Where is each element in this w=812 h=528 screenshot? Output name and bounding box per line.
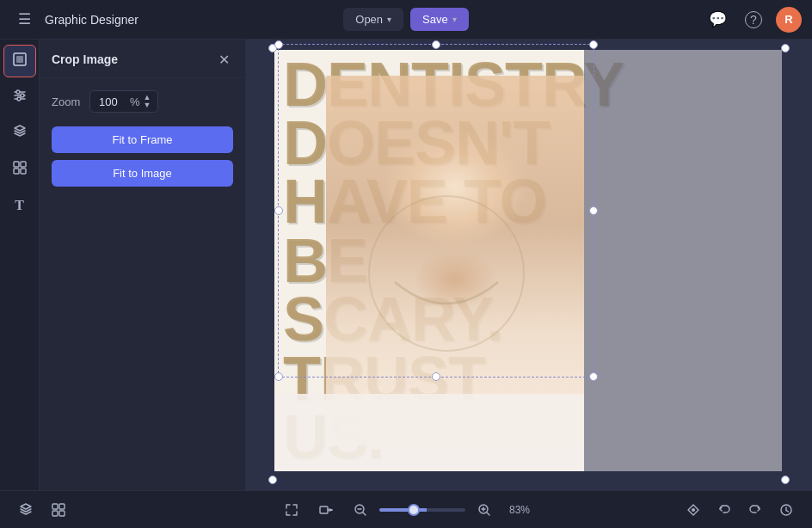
save-label: Save: [422, 13, 448, 26]
history-button[interactable]: [772, 496, 800, 524]
zoom-input[interactable]: [99, 95, 128, 108]
fit-to-image-button[interactable]: Fit to Image: [52, 160, 233, 187]
svg-rect-14: [59, 504, 65, 509]
sidebar-item-crop[interactable]: [3, 45, 36, 77]
crop-handle-top-right[interactable]: [589, 40, 598, 49]
elements-icon: [11, 159, 28, 181]
zoom-in-button[interactable]: [471, 496, 498, 524]
svg-rect-13: [52, 504, 58, 509]
zoom-percentage-display: 83%: [505, 504, 535, 516]
sidebar-item-text[interactable]: T: [3, 189, 36, 222]
fit-screen-button[interactable]: [278, 496, 305, 524]
zoom-out-button[interactable]: [347, 496, 374, 524]
svg-line-21: [363, 513, 366, 515]
grid-view-button[interactable]: [680, 496, 707, 524]
text-icon: T: [15, 198, 24, 213]
outer-handle-top-right[interactable]: [781, 44, 790, 52]
svg-rect-17: [320, 507, 328, 513]
open-chevron-icon: ▾: [387, 15, 391, 24]
outer-handle-bottom-left[interactable]: [268, 476, 277, 484]
bottombar: 83%: [0, 490, 812, 528]
save-chevron-icon: ▾: [452, 15, 457, 24]
adjust-icon: [11, 87, 28, 108]
redo-button[interactable]: [741, 496, 769, 524]
topbar: ☰ Graphic Designer Open ▾ Save ▾ 💬 ? R: [0, 0, 812, 40]
panel-body: Zoom % ▲ ▼ Fit to Frame Fit to Image: [40, 78, 245, 206]
zoom-slider[interactable]: [379, 508, 465, 512]
help-button[interactable]: ?: [740, 6, 767, 34]
open-button[interactable]: Open ▾: [343, 8, 403, 31]
resize-button[interactable]: [312, 496, 340, 524]
topbar-left: ☰ Graphic Designer: [10, 6, 335, 34]
crop-panel: Crop Image ✕ Zoom % ▲ ▼ Fit to Frame Fit…: [40, 40, 246, 490]
menu-icon[interactable]: ☰: [10, 6, 38, 34]
zoom-label: Zoom: [52, 95, 83, 108]
bottom-right-icons: [680, 496, 800, 524]
zoom-unit: %: [130, 95, 140, 108]
crop-handle-top-center[interactable]: [432, 40, 440, 49]
bottom-left-icons: [12, 496, 72, 524]
chat-button[interactable]: 💬: [704, 6, 731, 34]
outer-handle-bottom-right[interactable]: [781, 476, 790, 484]
topbar-center: Open ▾ Save ▾: [343, 8, 468, 31]
fit-to-frame-button[interactable]: Fit to Frame: [52, 126, 233, 153]
svg-point-6: [21, 94, 24, 97]
app-title: Graphic Designer: [45, 13, 138, 27]
open-label: Open: [355, 13, 383, 26]
svg-rect-11: [21, 169, 26, 174]
crop-icon: [11, 51, 28, 72]
svg-point-12: [369, 196, 524, 351]
zoom-row: Zoom % ▲ ▼: [52, 90, 233, 113]
svg-rect-8: [14, 162, 19, 167]
svg-rect-9: [21, 162, 26, 167]
sidebar-item-layers[interactable]: [3, 117, 36, 150]
layers-icon: [11, 123, 28, 144]
topbar-right: 💬 ? R: [477, 6, 802, 34]
chat-icon: 💬: [709, 10, 727, 28]
svg-rect-10: [14, 169, 19, 174]
avatar[interactable]: R: [776, 7, 802, 33]
design-canvas: DENTISTRYDOESN'THAVE TOBE SCARY.TRUST US…: [274, 50, 782, 471]
zoom-input-wrap: % ▲ ▼: [89, 90, 158, 113]
sidebar-item-elements[interactable]: [3, 153, 36, 186]
svg-rect-15: [52, 511, 58, 516]
crop-handle-top-left[interactable]: [274, 40, 283, 49]
bottom-strip: [274, 394, 584, 471]
close-panel-button[interactable]: ✕: [214, 50, 233, 69]
panel-header: Crop Image ✕: [40, 40, 245, 78]
svg-rect-1: [16, 56, 23, 63]
grid-toggle-button[interactable]: [45, 496, 72, 524]
svg-line-25: [487, 513, 489, 515]
help-icon: ?: [745, 11, 762, 28]
zoom-value: 83: [509, 504, 520, 516]
svg-point-5: [16, 90, 20, 94]
panel-title: Crop Image: [52, 52, 118, 66]
svg-rect-16: [59, 511, 65, 516]
smile-decoration: [360, 187, 532, 359]
save-button[interactable]: Save ▾: [410, 8, 469, 31]
svg-point-7: [17, 97, 21, 101]
zoom-down-button[interactable]: ▼: [144, 101, 151, 109]
main: T Crop Image ✕ Zoom % ▲ ▼ Fit to Frame: [0, 40, 812, 490]
sidebar: T: [0, 40, 40, 490]
svg-point-26: [692, 508, 695, 512]
layers-toggle-button[interactable]: [12, 496, 40, 524]
canvas-area: DENTISTRYDOESN'THAVE TOBE SCARY.TRUST US…: [246, 40, 812, 490]
zoom-unit-display: %: [520, 504, 530, 516]
zoom-arrows: ▲ ▼: [144, 94, 151, 109]
gray-overlay: [584, 50, 782, 471]
canvas-wrapper: DENTISTRYDOESN'THAVE TOBE SCARY.TRUST US…: [266, 41, 792, 488]
undo-button[interactable]: [710, 496, 738, 524]
sidebar-item-adjust[interactable]: [3, 81, 36, 114]
zoom-slider-wrap: [347, 496, 498, 524]
